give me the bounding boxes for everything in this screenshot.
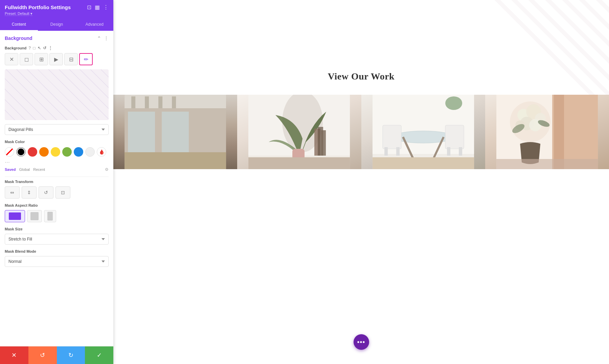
color-orange[interactable] (39, 147, 49, 157)
panel-body: Background ⌃ ⋮ Background ? □ ↖ ↺ ⋮ ✕ ◻ … (0, 31, 113, 346)
pattern-dropdown-row: Diagonal Pills (5, 124, 109, 135)
svg-line-3 (541, 0, 609, 108)
svg-rect-23 (321, 130, 326, 156)
pattern-preview (5, 69, 109, 120)
aspect-square-btn[interactable] (27, 210, 42, 222)
mask-blend-mode-dropdown-row: Normal Multiply Screen Overlay (5, 256, 109, 267)
color-black[interactable] (16, 147, 26, 157)
canvas-area: View Our Work (113, 0, 609, 364)
undo-button[interactable]: ↺ (28, 346, 57, 364)
color-green[interactable] (62, 147, 72, 157)
device-icon[interactable]: □ (33, 46, 36, 50)
aspect-tall-btn[interactable] (44, 210, 56, 222)
svg-rect-11 (158, 96, 162, 108)
svg-rect-36 (396, 147, 400, 156)
color-tab-global[interactable]: Global (19, 167, 30, 172)
mask-size-label: Mask Size (5, 227, 109, 231)
color-tab-recent[interactable]: Recent (33, 167, 45, 172)
pattern-select[interactable]: Diagonal Pills (5, 124, 109, 135)
tab-advanced[interactable]: Advanced (75, 19, 113, 31)
cursor-icon[interactable]: ↖ (38, 46, 41, 50)
svg-line-2 (524, 0, 609, 108)
more-colors-btn[interactable]: ··· (5, 159, 109, 166)
mask-transform-label: Mask Transform (5, 180, 109, 184)
section-more-icon[interactable]: ⋮ (104, 36, 109, 41)
portfolio-strip (113, 95, 609, 169)
portfolio-img-1 (113, 95, 237, 169)
background-row-label: Background ? □ ↖ ↺ ⋮ (5, 46, 109, 50)
collapse-icon[interactable]: ⌃ (97, 36, 101, 41)
svg-rect-40 (373, 157, 474, 169)
type-none-btn[interactable]: ✕ (5, 53, 18, 65)
transform-flip-h-btn[interactable]: ⇔ (5, 186, 20, 199)
color-swatch-row: 🩸 (5, 147, 109, 157)
transform-reset-btn[interactable]: ⊡ (55, 186, 70, 199)
aspect-wide-btn[interactable] (5, 210, 25, 222)
svg-rect-14 (162, 112, 189, 152)
cancel-button[interactable]: ✕ (0, 346, 28, 364)
type-color-btn[interactable]: ◻ (20, 53, 33, 65)
pattern-preview-inner (5, 69, 109, 120)
svg-line-0 (491, 0, 609, 108)
mask-transform-row: ⇔ ⇕ ↺ ⊡ (5, 186, 109, 199)
transform-rotate-btn[interactable]: ↺ (39, 186, 53, 199)
svg-rect-10 (145, 96, 149, 108)
mask-color-label: Mask Color (5, 140, 109, 144)
background-type-row: ✕ ◻ ⊞ ▶ ⊟ ✏ (5, 53, 109, 65)
canvas-deco (474, 0, 609, 108)
svg-line-6 (592, 0, 609, 108)
color-blue[interactable] (74, 147, 83, 157)
mask-size-dropdown-row: Stretch to Fill Fit Actual Size (5, 234, 109, 245)
portfolio-img-2 (237, 95, 361, 169)
svg-rect-38 (447, 147, 450, 156)
panel-icon-expand[interactable]: ⊡ (87, 4, 91, 10)
panel-footer: ✕ ↺ ↻ ✓ (0, 346, 113, 364)
mask-size-select[interactable]: Stretch to Fill Fit Actual Size (5, 234, 109, 245)
svg-rect-12 (172, 96, 176, 108)
tab-design[interactable]: Design (38, 19, 76, 31)
svg-rect-54 (496, 159, 598, 169)
section-header-icons: ⌃ ⋮ (97, 36, 109, 41)
svg-line-4 (558, 0, 609, 108)
color-transparent[interactable] (5, 147, 14, 157)
type-video-btn[interactable]: ⊟ (64, 53, 78, 65)
help-icon[interactable]: ? (28, 46, 31, 50)
section-header: Background ⌃ ⋮ (5, 36, 109, 41)
color-tab-saved[interactable]: Saved (5, 167, 16, 172)
panel-icon-more[interactable]: ⋮ (103, 4, 109, 10)
panel-icon-grid[interactable]: ▦ (95, 4, 100, 10)
color-tab-settings-icon[interactable]: ⚙ (105, 167, 109, 172)
transform-flip-v-btn[interactable]: ⇕ (22, 186, 37, 199)
settings-panel: Fullwidth Portfolio Settings ⊡ ▦ ⋮ Prese… (0, 0, 113, 364)
color-tabs: Saved Global Recent ⚙ (5, 167, 109, 172)
svg-rect-35 (384, 147, 388, 156)
more-icon[interactable]: ⋮ (48, 46, 52, 50)
svg-rect-37 (445, 125, 464, 149)
mask-size-text: Mask Size (5, 227, 23, 231)
panel-header-icons: ⊡ ▦ ⋮ (87, 4, 109, 10)
type-pattern-btn[interactable]: ✏ (79, 53, 93, 65)
color-white[interactable] (85, 147, 95, 157)
panel-preset[interactable]: Preset: Default ▾ (5, 12, 109, 16)
svg-rect-9 (131, 96, 135, 108)
aspect-wide-icon (9, 212, 21, 220)
view-work-section: View Our Work (113, 71, 609, 82)
mask-aspect-ratio-text: Mask Aspect Ratio (5, 203, 38, 207)
type-gradient-btn[interactable]: ⊞ (35, 53, 48, 65)
tab-content[interactable]: Content (0, 19, 38, 31)
color-yellow[interactable] (51, 147, 60, 157)
color-red[interactable] (28, 147, 37, 157)
svg-rect-17 (125, 152, 226, 169)
type-image-btn[interactable]: ▶ (49, 53, 63, 65)
save-button[interactable]: ✓ (85, 346, 113, 364)
aspect-ratio-row (5, 210, 109, 222)
fab-button[interactable]: ••• (354, 334, 369, 350)
aspect-tall-icon (47, 212, 53, 221)
preset-arrow: ▾ (30, 12, 32, 16)
svg-point-30 (393, 131, 454, 143)
redo-button[interactable]: ↻ (57, 346, 85, 364)
reset-icon[interactable]: ↺ (43, 46, 46, 50)
eyedropper-btn[interactable]: 🩸 (97, 147, 106, 157)
mask-blend-mode-select[interactable]: Normal Multiply Screen Overlay (5, 256, 109, 267)
aspect-square-icon (30, 212, 39, 220)
